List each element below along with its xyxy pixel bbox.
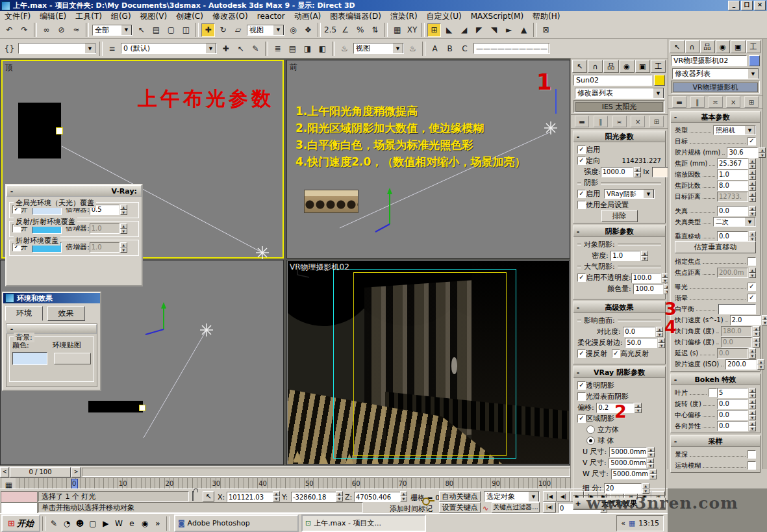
radio-button[interactable] (586, 425, 595, 434)
ql-messenger-icon[interactable]: ☻ (74, 518, 86, 529)
select-object-icon[interactable]: ↖ (134, 23, 148, 37)
dropdown-arrow-icon[interactable]: ▼ (392, 43, 403, 54)
set-keys-icon[interactable] (421, 492, 435, 509)
spinner-snap-icon[interactable]: ⇅ (368, 23, 382, 37)
reference-coordinate-dropdown[interactable]: 视图▼ (247, 25, 284, 36)
spinner[interactable]: ▲▼ (634, 167, 641, 177)
y-coordinate-field[interactable]: -32860.18 (291, 492, 336, 502)
value-field[interactable]: 30.6 (727, 147, 758, 158)
make-unique-icon[interactable]: ≍ (612, 116, 627, 127)
modifier-list-dropdown[interactable]: 修改器列表▼ (672, 68, 759, 79)
quick-render-icon[interactable]: ♨ (406, 42, 420, 55)
ql-more-icon[interactable]: » (152, 518, 164, 529)
object-color-swatch[interactable] (654, 75, 665, 86)
background-color-swatch[interactable] (12, 352, 47, 365)
unlink-selection-icon[interactable]: ⊘ (55, 23, 68, 37)
select-by-name-icon[interactable]: ▤ (149, 23, 163, 37)
spinner[interactable]: ▲▼ (749, 181, 756, 191)
align-camera-icon[interactable]: ► (502, 23, 516, 37)
dropdown-arrow-icon[interactable]: ▼ (744, 125, 755, 135)
use-pivot-point-icon[interactable]: ◎ (286, 23, 300, 37)
modifier-stack[interactable]: IES 太阳光 (573, 100, 665, 113)
value-field[interactable]: 5 (717, 388, 748, 398)
light-target-handle[interactable] (139, 405, 145, 411)
viewport-camera[interactable]: VR物理摄影机02 (286, 260, 570, 465)
value-field[interactable]: 1.0 (717, 170, 748, 180)
bind-to-space-warp-icon[interactable]: ≈ (69, 23, 83, 37)
make-unique-icon[interactable]: ≍ (709, 96, 723, 108)
menu-item-1[interactable]: 编辑(E) (35, 11, 71, 22)
key-mode-dropdown[interactable]: 选定对象▼ (484, 491, 540, 502)
layer-list-icon[interactable]: ≡ (105, 42, 119, 55)
value-field[interactable]: 0.0 (717, 421, 748, 431)
checkbox[interactable]: ✓ (577, 381, 586, 390)
tab-hierarchy-icon[interactable]: 品 (700, 40, 715, 53)
spinner[interactable]: ▲▼ (120, 223, 127, 234)
tab-hierarchy-icon[interactable]: 品 (603, 60, 618, 73)
configure-modifier-sets-icon[interactable]: ⊞ (744, 96, 759, 108)
menu-item-2[interactable]: 工具(T) (71, 11, 107, 22)
x-coordinate-field[interactable]: 101121.03 (227, 492, 273, 502)
tab-motion-icon[interactable]: ◉ (716, 40, 731, 53)
named-selections-xy-icon[interactable]: XY (405, 23, 419, 37)
y-spinner[interactable]: ▲▼ (336, 491, 343, 501)
value-field[interactable]: 5000.0mm (609, 447, 647, 457)
value-field[interactable]: 50.0 (625, 338, 657, 348)
spinner[interactable]: ▲▼ (749, 206, 756, 216)
checkbox[interactable] (748, 257, 756, 266)
checkbox[interactable] (748, 450, 756, 459)
taskbar-app-photoshop[interactable]: ◙Adobe Photoshop (174, 514, 299, 532)
checkbox[interactable] (577, 201, 586, 209)
spinner[interactable]: ▲▼ (649, 469, 657, 479)
rollout-header[interactable]: -Bokeh 特效 (671, 374, 760, 385)
minimize-button[interactable]: _ (728, 1, 740, 10)
refraction-multiplier-field[interactable]: 1.0 (90, 242, 119, 253)
dropdown-arrow-icon[interactable]: ▼ (547, 43, 550, 54)
reflection-multiplier-field[interactable]: 1.0 (90, 223, 119, 234)
checkbox[interactable]: ✓ (577, 414, 586, 423)
spinner[interactable]: ▲▼ (749, 231, 756, 242)
quick-align-icon[interactable]: ◢ (457, 23, 471, 37)
viewport-top-label[interactable]: 顶 (5, 62, 13, 73)
spinner[interactable]: ▲▼ (120, 205, 127, 215)
show-end-result-icon[interactable]: ‖ (594, 116, 608, 127)
value-field[interactable]: 0.0 (717, 206, 748, 216)
value-field[interactable]: 25.367 (717, 158, 748, 169)
dropdown-arrow-icon[interactable]: ▼ (121, 25, 132, 36)
select-and-move-icon[interactable]: ✚ (201, 23, 215, 37)
render-preset-dropdown[interactable]: ——————————▼ (473, 43, 550, 54)
tab-environment[interactable]: 环境 (5, 306, 43, 321)
plan-light-target[interactable] (56, 127, 63, 134)
auto-key-button[interactable]: 自动关键点 (439, 491, 481, 501)
menu-item-12[interactable]: MAXScript(M) (466, 12, 528, 21)
render-presets-icon[interactable]: ◧ (316, 42, 329, 55)
select-and-rotate-icon[interactable]: ↻ (216, 23, 230, 37)
spinner[interactable]: ▲▼ (749, 410, 756, 420)
edit-named-selections-icon[interactable]: ▦ (390, 23, 404, 37)
tab-utilities-icon[interactable]: 工 (746, 40, 761, 53)
render-setup-icon[interactable]: ⊠ (539, 23, 553, 37)
dropdown[interactable]: VRay阴影▼ (604, 189, 655, 199)
tray-expand-icon[interactable]: « (621, 519, 625, 527)
environment-map-button[interactable] (54, 353, 91, 364)
value-field[interactable]: 0.0 (623, 327, 655, 337)
vray-rollout-header[interactable]: - V-Ray: (6, 185, 142, 197)
spinner[interactable]: ▲▼ (656, 327, 663, 337)
percent-snap-icon[interactable]: % (353, 23, 367, 37)
select-objects-in-layer-icon[interactable]: ✎ (249, 42, 262, 55)
menu-item-8[interactable]: 动画(A) (290, 11, 326, 22)
checkbox[interactable]: ✓ (748, 294, 756, 302)
set-key-button[interactable]: 设置关键点 (439, 502, 481, 513)
tab-utilities-icon[interactable]: 工 (651, 60, 666, 73)
maxscript-listener-white[interactable] (1, 502, 38, 514)
rollout-header[interactable]: -VRay 阴影参数 (573, 367, 665, 378)
rollout-header[interactable]: -高级效果 (573, 302, 665, 313)
select-and-link-icon[interactable]: ∞ (40, 23, 53, 37)
value-field[interactable]: 2.0 (730, 315, 761, 325)
value-field[interactable]: 8.0 (717, 181, 748, 191)
value-field[interactable]: 180.0 (721, 326, 752, 336)
spinner[interactable]: ▲▼ (642, 483, 649, 494)
value-field[interactable]: 1000.0 (601, 167, 633, 177)
rollout-header[interactable]: -阳光参数 (573, 131, 665, 142)
ql-globe-icon[interactable]: ◔ (61, 518, 73, 529)
